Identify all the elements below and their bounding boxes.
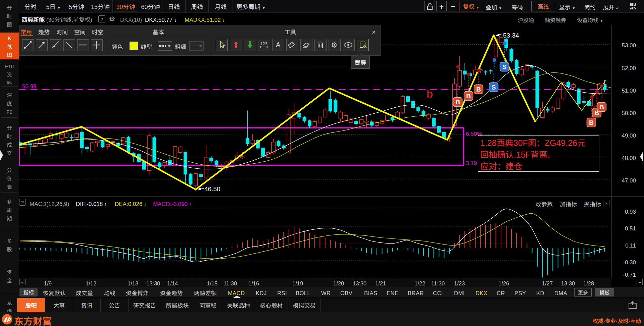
svg-text:A: A xyxy=(276,41,281,48)
svg-text:B: B xyxy=(476,86,481,93)
svg-text:S: S xyxy=(502,63,507,70)
svg-text:46.50: 46.50 xyxy=(204,185,220,193)
svg-text:B: B xyxy=(455,99,460,106)
svg-text:123: 123 xyxy=(260,41,267,46)
svg-text:S: S xyxy=(492,84,496,91)
svg-text:B: B xyxy=(589,119,594,126)
svg-text:B: B xyxy=(599,104,604,111)
svg-text:B: B xyxy=(466,93,471,100)
svg-text:53.34: 53.34 xyxy=(503,32,519,39)
